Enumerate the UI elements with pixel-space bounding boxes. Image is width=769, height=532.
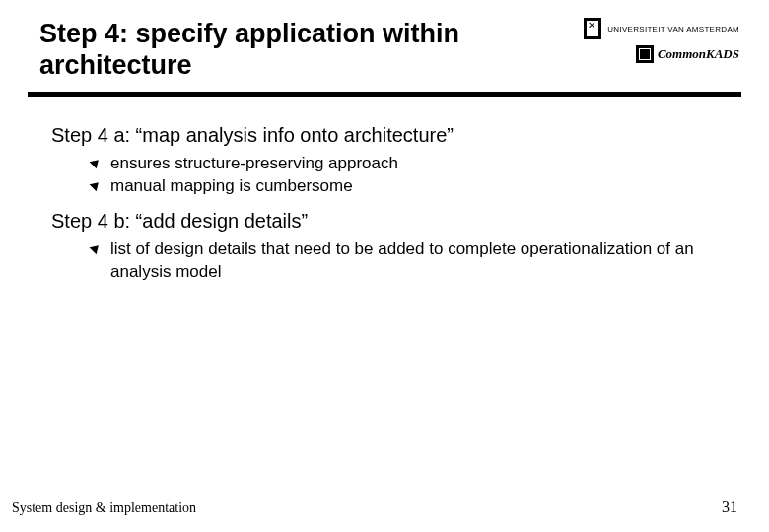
step4a-list: ensures structure-preserving approach ma…: [47, 153, 730, 198]
slide: Step 4: specify application within archi…: [0, 0, 769, 532]
step4a-heading: Step 4 a: “map analysis info onto archit…: [51, 124, 730, 147]
list-item: manual mapping is cumbersome: [91, 175, 730, 198]
slide-header: Step 4: specify application within archi…: [0, 0, 769, 82]
slide-footer: System design & implementation 31: [0, 499, 769, 516]
footer-text: System design & implementation: [12, 500, 196, 516]
uva-logo-text: UNIVERSITEIT VAN AMSTERDAM: [607, 25, 739, 33]
page-number: 31: [722, 499, 737, 516]
list-item: list of design details that need to be a…: [91, 238, 730, 284]
uva-shield-icon: [584, 18, 601, 39]
logo-block: UNIVERSITEIT VAN AMSTERDAM CommonKADS: [552, 18, 739, 63]
uva-logo: UNIVERSITEIT VAN AMSTERDAM: [552, 18, 739, 39]
list-item: ensures structure-preserving approach: [91, 153, 730, 175]
commonkads-text: CommonKADS: [658, 46, 739, 62]
step4b-heading: Step 4 b: “add design details”: [51, 210, 730, 233]
step4b-list: list of design details that need to be a…: [47, 238, 730, 284]
slide-body: Step 4 a: “map analysis info onto archit…: [0, 97, 769, 284]
commonkads-icon: [636, 45, 654, 63]
slide-title: Step 4: specify application within archi…: [39, 18, 513, 82]
commonkads-logo: CommonKADS: [552, 45, 739, 63]
